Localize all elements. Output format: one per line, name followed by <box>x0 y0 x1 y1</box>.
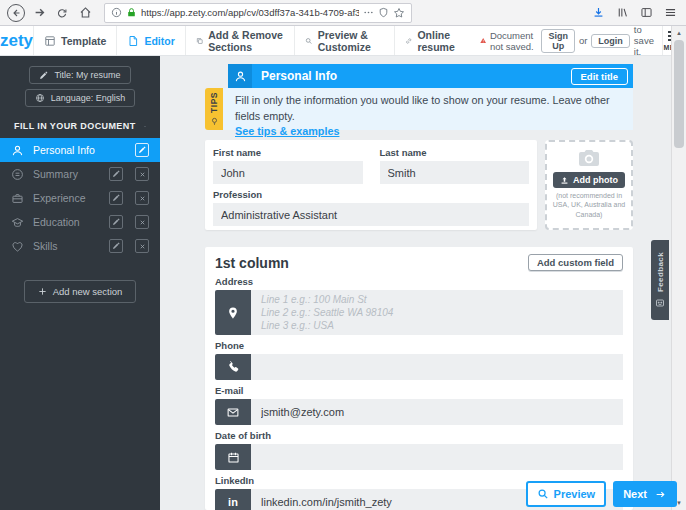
feedback-tab[interactable]: Feedback <box>651 240 669 320</box>
sidebar-item-personal-info[interactable]: Personal Info <box>0 138 160 162</box>
upload-icon <box>560 176 569 185</box>
add-custom-field-button[interactable]: Add custom field <box>528 254 623 271</box>
sections-copy-icon <box>196 35 204 47</box>
address-field[interactable]: Line 1 e.g.: 100 Main St Line 2 e.g.: Se… <box>251 290 623 335</box>
first-name-field[interactable] <box>213 161 363 184</box>
magnifier-icon <box>537 488 549 500</box>
plus-icon <box>38 287 47 296</box>
pocket-shield-icon[interactable] <box>378 7 389 18</box>
pencil-icon <box>112 242 120 250</box>
url-text[interactable]: https://app.zety.com/app/cv/03dff37a-341… <box>141 7 359 18</box>
login-button[interactable]: Login <box>591 34 630 48</box>
save-notice-text: Document not saved. <box>490 30 538 52</box>
page-actions-icon[interactable] <box>363 7 374 18</box>
profession-field[interactable] <box>213 203 529 226</box>
home-button[interactable] <box>75 3 95 23</box>
column-title: 1st column <box>215 255 289 271</box>
edit-section-button[interactable] <box>109 215 123 229</box>
section-title: Personal Info <box>261 69 571 83</box>
lock-icon <box>126 7 137 18</box>
app-nav: zety Template Editor Add & Remove Sectio… <box>0 26 686 56</box>
document-title-button[interactable]: Title: My resume <box>29 66 130 84</box>
tips-examples-link[interactable]: See tips & examples <box>235 125 339 137</box>
browser-menu-button[interactable] <box>660 3 680 23</box>
nav-template[interactable]: Template <box>33 26 116 55</box>
screen: https://app.zety.com/app/cv/03dff37a-341… <box>0 0 686 510</box>
last-name-field[interactable] <box>380 161 530 184</box>
nav-editor[interactable]: Editor <box>116 26 184 55</box>
dob-field[interactable] <box>251 444 623 470</box>
bookmark-star-icon[interactable] <box>393 7 405 19</box>
tips-tab[interactable]: TIPS <box>205 88 223 130</box>
close-icon <box>139 171 146 178</box>
heart-icon <box>11 240 24 253</box>
remove-section-button[interactable] <box>135 167 149 181</box>
sidebar-item-summary[interactable]: Summary <box>0 162 160 186</box>
linkedin-icon: in <box>215 489 251 510</box>
next-button[interactable]: Next <box>613 481 677 507</box>
address-group: Address Line 1 e.g.: 100 Main St Line 2 … <box>215 276 623 335</box>
url-bar[interactable]: https://app.zety.com/app/cv/03dff37a-341… <box>104 3 412 23</box>
page-scrollbar[interactable]: ▲ ▼ <box>671 26 686 510</box>
sidebar-item-experience[interactable]: Experience <box>0 186 160 210</box>
download-button[interactable] <box>588 3 608 23</box>
scrollbar-thumb[interactable] <box>674 40 684 148</box>
briefcase-icon <box>11 192 24 205</box>
add-new-section-button[interactable]: Add new section <box>24 280 137 303</box>
person-icon <box>11 144 24 157</box>
zety-logo[interactable]: zety <box>0 26 33 55</box>
remove-section-button[interactable] <box>135 215 149 229</box>
section-header: Personal Info Edit title <box>228 64 633 88</box>
name-photo-row: First name Last name Profession <box>205 140 686 230</box>
envelope-icon <box>215 399 251 425</box>
browser-chrome: https://app.zety.com/app/cv/03dff37a-341… <box>0 0 686 26</box>
pencil-icon <box>112 170 120 178</box>
pencil-icon <box>39 71 48 80</box>
phone-icon <box>215 354 251 380</box>
download-icon <box>592 6 605 19</box>
sidebar-toggle-button[interactable] <box>636 3 656 23</box>
edit-section-button[interactable] <box>109 239 123 253</box>
close-icon <box>139 219 146 226</box>
sidebar-item-education[interactable]: Education <box>0 210 160 234</box>
refresh-button[interactable] <box>52 3 72 23</box>
add-photo-button[interactable]: Add photo <box>553 172 625 188</box>
main-content: Personal Info Edit title TIPS Fill in on… <box>160 56 686 510</box>
nav-add-remove-sections[interactable]: Add & Remove Sections <box>185 26 294 55</box>
save-suffix-text: to save it. <box>634 24 656 57</box>
edit-section-button[interactable] <box>109 191 123 205</box>
last-name-label: Last name <box>380 147 530 158</box>
edit-section-button[interactable] <box>109 167 123 181</box>
library-button[interactable] <box>612 3 632 23</box>
first-name-label: First name <box>213 147 363 158</box>
name-card: First name Last name Profession <box>205 140 537 230</box>
document-language-button[interactable]: Language: English <box>25 89 136 107</box>
sidebar-item-skills[interactable]: Skills <box>0 234 160 258</box>
link-icon <box>405 35 412 47</box>
library-icon <box>616 6 629 19</box>
globe-icon <box>35 93 45 103</box>
feedback-label: Feedback <box>656 252 665 292</box>
hamburger-icon <box>664 6 677 19</box>
nav-preview-customize[interactable]: Preview & Customize <box>294 26 394 55</box>
profession-label: Profession <box>213 189 529 200</box>
close-icon <box>139 195 146 202</box>
scroll-up-arrow[interactable]: ▲ <box>672 27 686 39</box>
preview-button[interactable]: Preview <box>526 481 607 507</box>
sign-up-button[interactable]: Sign Up <box>541 29 575 53</box>
photo-upload-box[interactable]: Add photo (not recommended in USA, UK, A… <box>545 140 633 230</box>
magnifier-icon <box>305 35 312 47</box>
remove-section-button[interactable] <box>135 239 149 253</box>
photo-note: (not recommended in USA, UK, Australia a… <box>551 191 627 219</box>
forward-button[interactable] <box>29 3 49 23</box>
pencil-icon <box>112 194 120 202</box>
email-field[interactable] <box>251 399 623 425</box>
edit-title-button[interactable]: Edit title <box>571 68 628 85</box>
forward-arrow-icon <box>33 6 46 19</box>
phone-field[interactable] <box>251 354 623 380</box>
tips-body: Fill in only the information you would l… <box>223 88 633 130</box>
edit-section-button[interactable] <box>135 143 149 157</box>
remove-section-button[interactable] <box>135 191 149 205</box>
back-button[interactable] <box>6 3 26 23</box>
nav-online-resume[interactable]: Online resume <box>394 26 473 55</box>
